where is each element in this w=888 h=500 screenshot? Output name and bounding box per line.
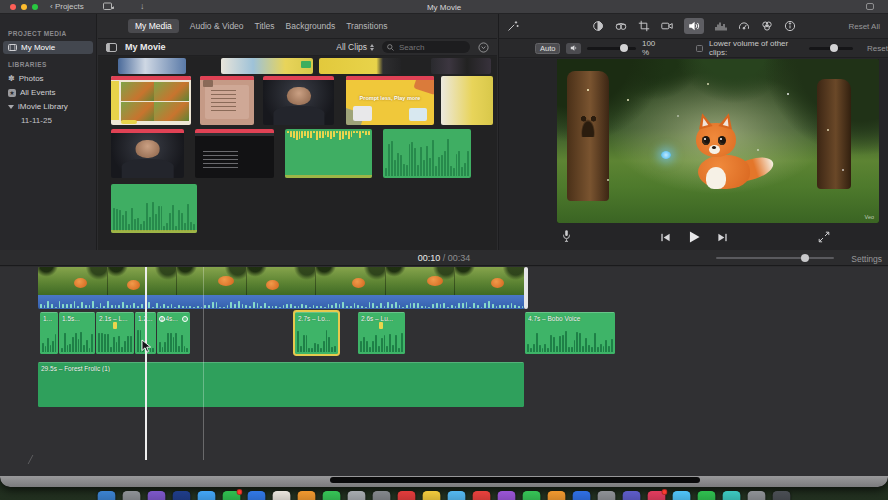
window-action-icon[interactable] — [866, 3, 874, 10]
speed-icon[interactable] — [738, 20, 750, 32]
dock-app-icon[interactable] — [173, 491, 191, 500]
dock-app-icon[interactable] — [648, 491, 666, 500]
waveform — [42, 327, 56, 352]
ducking-slider[interactable] — [809, 47, 853, 50]
dock-app-icon[interactable] — [198, 491, 216, 500]
lower-volume-checkbox[interactable] — [696, 45, 703, 52]
slider-knob[interactable] — [801, 254, 809, 262]
sidebar-item-imovie-library[interactable]: iMovie Library — [3, 100, 93, 113]
dock-app-icon[interactable] — [398, 491, 416, 500]
mute-button[interactable] — [566, 43, 580, 54]
audio-clip[interactable]: 2.6s – Lu... — [358, 312, 405, 354]
noise-reduction-icon[interactable] — [715, 20, 727, 32]
sidebar-item-all-events[interactable]: ★ All Events — [3, 86, 93, 99]
dock-app-icon[interactable] — [598, 491, 616, 500]
record-voiceover-button[interactable] — [561, 229, 572, 243]
media-clip-thumbnail[interactable]: Prompt less, Play more — [346, 76, 434, 125]
color-correction-icon[interactable] — [615, 20, 627, 32]
slider-knob[interactable] — [830, 44, 838, 52]
media-clip-thumbnail[interactable] — [195, 129, 274, 178]
video-clip-filmstrip[interactable] — [38, 267, 525, 309]
dock-app-icon[interactable] — [573, 491, 591, 500]
color-balance-icon[interactable] — [592, 20, 604, 32]
tab-audio-video[interactable]: Audio & Video — [190, 21, 244, 31]
dock-app-icon[interactable] — [248, 491, 266, 500]
dock-app-icon[interactable] — [473, 491, 491, 500]
media-clip-thumbnail[interactable] — [285, 129, 372, 178]
dock-app-icon[interactable] — [523, 491, 541, 500]
audio-clip[interactable]: 1.5s... — [59, 312, 95, 354]
fade-handle[interactable] — [159, 316, 165, 322]
dock-app-icon[interactable] — [98, 491, 116, 500]
audio-clip[interactable]: 2.7s – Lo... — [295, 312, 338, 354]
audio-clip[interactable]: 1... — [40, 312, 58, 354]
fade-handle[interactable] — [182, 316, 188, 322]
media-clip-thumbnail[interactable] — [383, 129, 471, 178]
dock-app-icon[interactable] — [723, 491, 741, 500]
browser-options-icon[interactable] — [478, 42, 489, 53]
tab-my-media[interactable]: My Media — [128, 19, 179, 33]
dock-app-icon[interactable] — [548, 491, 566, 500]
fullscreen-button[interactable] — [818, 231, 830, 243]
media-clip-thumbnail[interactable] — [221, 58, 313, 74]
search-input[interactable] — [397, 42, 465, 53]
search-field[interactable] — [382, 41, 470, 53]
media-clip-thumbnail[interactable] — [319, 58, 401, 74]
audio-clip[interactable]: 4.7s – Bobo Voice — [525, 312, 615, 354]
dock-app-icon[interactable] — [748, 491, 766, 500]
dock-app-icon[interactable] — [148, 491, 166, 500]
stabilization-icon[interactable] — [661, 20, 673, 32]
dock-app-icon[interactable] — [348, 491, 366, 500]
dock-app-icon[interactable] — [423, 491, 441, 500]
media-clip-thumbnail[interactable] — [200, 76, 254, 125]
tab-transitions[interactable]: Transitions — [346, 21, 387, 31]
info-icon[interactable] — [784, 20, 796, 32]
media-clip-thumbnail[interactable] — [118, 58, 186, 74]
playhead[interactable] — [145, 267, 147, 460]
dock-app-icon[interactable] — [623, 491, 641, 500]
sidebar-item-photos[interactable]: ✽ Photos — [3, 72, 93, 85]
play-button[interactable] — [687, 230, 701, 244]
dock-app-icon[interactable] — [298, 491, 316, 500]
media-clip-thumbnail[interactable] — [111, 129, 184, 178]
media-clip-thumbnail[interactable] — [441, 76, 493, 125]
volume-icon[interactable] — [684, 18, 704, 34]
media-clip-thumbnail[interactable] — [111, 184, 197, 233]
clip-end-handle[interactable] — [524, 267, 528, 309]
media-clip-thumbnail[interactable] — [111, 76, 191, 125]
crop-icon[interactable] — [638, 20, 650, 32]
horizontal-scrollbar[interactable] — [330, 477, 700, 483]
tab-titles[interactable]: Titles — [255, 21, 275, 31]
next-frame-button[interactable] — [717, 232, 728, 243]
sidebar-item-my-movie[interactable]: My Movie — [3, 41, 93, 54]
music-clip[interactable]: 29.5s – Forest Frolic (1) — [38, 362, 524, 407]
reset-all-button[interactable]: Reset All — [848, 22, 880, 31]
clip-filter-icon[interactable] — [761, 20, 773, 32]
auto-button[interactable]: Auto — [535, 43, 560, 54]
volume-slider[interactable] — [587, 47, 636, 50]
settings-button[interactable]: Settings — [851, 254, 882, 264]
dock-app-icon[interactable] — [498, 491, 516, 500]
sidebar-toggle-icon[interactable] — [106, 43, 117, 52]
sidebar-item-event-11-11-25[interactable]: 11-11-25 — [3, 114, 93, 127]
dock-app-icon[interactable] — [123, 491, 141, 500]
clip-filter-dropdown[interactable]: All Clips — [336, 42, 374, 52]
dock-app-icon[interactable] — [448, 491, 466, 500]
previous-frame-button[interactable] — [660, 232, 671, 243]
dock-app-icon[interactable] — [323, 491, 341, 500]
slider-knob[interactable] — [620, 44, 628, 52]
dock-app-icon[interactable] — [373, 491, 391, 500]
tab-backgrounds[interactable]: Backgrounds — [286, 21, 336, 31]
audio-clip[interactable]: 1.4s... — [157, 312, 190, 354]
dock-app-icon[interactable] — [223, 491, 241, 500]
dock-app-icon[interactable] — [698, 491, 716, 500]
reset-button[interactable]: Reset — [867, 44, 888, 53]
dock-app-icon[interactable] — [273, 491, 291, 500]
audio-clip[interactable]: 2.1s – L... — [96, 312, 134, 354]
enhance-wand-icon[interactable] — [507, 20, 519, 32]
dock-app-icon[interactable] — [673, 491, 691, 500]
media-clip-thumbnail[interactable] — [263, 76, 334, 125]
media-clip-thumbnail[interactable] — [431, 58, 491, 74]
dock-app-icon[interactable] — [773, 491, 791, 500]
timeline-zoom-slider[interactable] — [716, 257, 834, 259]
